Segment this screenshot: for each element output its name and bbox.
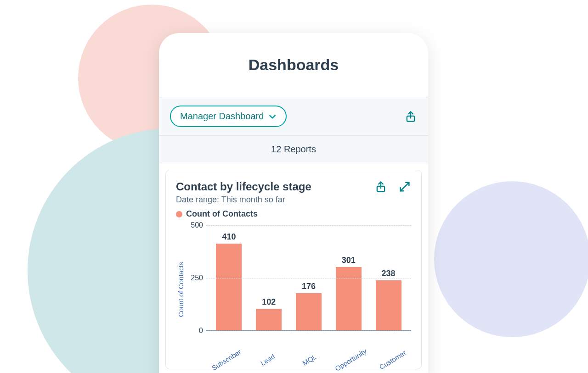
y-tick-label: 500 xyxy=(191,221,203,229)
expand-icon[interactable] xyxy=(398,180,411,193)
legend-dot-icon xyxy=(176,211,182,217)
dashboard-select-label: Manager Dashboard xyxy=(180,111,264,122)
chart-area: Count of Contacts 0250500 41010217630123… xyxy=(176,225,411,354)
page-title: Dashboards xyxy=(249,56,339,74)
chart-plot: 410102176301238 xyxy=(206,225,411,331)
chart-bar xyxy=(376,280,401,330)
chart-bar xyxy=(336,267,362,330)
app-header: Dashboards xyxy=(159,33,428,97)
y-tick-label: 0 xyxy=(199,327,203,335)
legend-label: Count of Contacts xyxy=(186,209,258,219)
share-report-icon[interactable] xyxy=(374,180,387,193)
bar-value-label: 301 xyxy=(342,256,356,265)
chart-legend: Count of Contacts xyxy=(176,209,411,219)
report-title: Contact by lifecycle stage xyxy=(176,180,311,193)
chart-bar xyxy=(256,309,282,330)
chart-bar xyxy=(296,293,322,330)
share-icon[interactable] xyxy=(404,110,417,123)
x-axis-labels: SubscriberLeadMQLOpportunityCustomer xyxy=(176,356,411,364)
bar-value-label: 176 xyxy=(302,282,316,291)
y-tick-label: 250 xyxy=(191,274,203,282)
y-axis-label: Count of Contacts xyxy=(176,225,186,354)
bar-value-label: 410 xyxy=(222,232,236,242)
dashboard-select-button[interactable]: Manager Dashboard xyxy=(170,106,287,127)
chart-bar xyxy=(216,244,242,330)
y-axis-ticks: 0250500 xyxy=(186,225,206,331)
report-card: Contact by lifecycle stage Date range: T… xyxy=(165,170,422,369)
bar-value-label: 102 xyxy=(262,297,276,307)
gridline xyxy=(206,225,411,226)
report-date-range: Date range: This month so far xyxy=(176,195,311,205)
mobile-frame: Dashboards Manager Dashboard 12 Reports … xyxy=(159,33,428,373)
chevron-down-icon xyxy=(268,112,277,121)
dashboard-selector-row: Manager Dashboard xyxy=(159,97,428,136)
gridline xyxy=(206,278,411,278)
reports-count-label: 12 Reports xyxy=(159,136,428,163)
decorative-circle-blue xyxy=(434,181,588,337)
gridline xyxy=(206,331,411,331)
bar-value-label: 238 xyxy=(382,269,396,278)
